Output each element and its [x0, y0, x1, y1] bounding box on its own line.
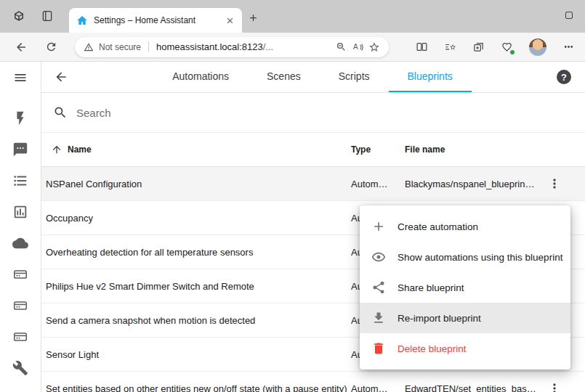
browser-navbar: Not secure homeassistant.local:8123/... …: [0, 33, 585, 62]
hamburger-icon: [13, 70, 28, 85]
browser-tab[interactable]: Settings – Home Assistant: [69, 8, 242, 33]
cloud-icon: [12, 235, 28, 251]
chart-icon: [12, 204, 28, 220]
tab-title: Settings – Home Assistant: [94, 15, 219, 25]
column-name[interactable]: Name: [41, 144, 347, 155]
sidebar-item-developer-tools[interactable]: [12, 352, 28, 383]
search-icon: [53, 105, 68, 120]
back-icon[interactable]: [15, 41, 28, 54]
menu-item-delete-blueprint[interactable]: Delete blueprint: [360, 333, 570, 364]
search-bar[interactable]: [41, 93, 585, 133]
sidebar-icons: [12, 102, 28, 383]
row-overflow-menu-icon[interactable]: [547, 381, 562, 392]
sidebar-item-cloud[interactable]: [12, 227, 28, 258]
window-controls: [565, 12, 573, 19]
titlebar-left-icons: [12, 9, 54, 23]
sidebar-item-server-2[interactable]: [12, 290, 28, 321]
favorite-star-icon[interactable]: [368, 41, 380, 53]
share-icon: [371, 280, 386, 295]
browser-window: Settings – Home Assistant Not secure hom…: [0, 0, 585, 392]
plus-icon: [371, 219, 386, 234]
split-screen-icon[interactable]: [416, 41, 428, 53]
refresh-icon[interactable]: [45, 41, 57, 53]
sidebar-item-logbook[interactable]: [12, 165, 28, 196]
download-icon: [371, 311, 386, 325]
menu-item-reimport-blueprint[interactable]: Re-import blueprint: [360, 303, 570, 333]
warning-icon: [84, 42, 94, 52]
address-bar[interactable]: Not secure homeassistant.local:8123/... …: [75, 37, 389, 57]
favorites-icon[interactable]: [444, 41, 456, 53]
sidebar-item-energy[interactable]: [12, 102, 28, 134]
wrench-icon: [12, 360, 28, 376]
settings-more-icon[interactable]: [562, 41, 575, 53]
titlebar: Settings – Home Assistant: [0, 0, 585, 33]
essentials-status-badge: [509, 49, 515, 55]
server-icon: [12, 266, 28, 282]
profile-avatar[interactable]: [529, 38, 546, 56]
svg-text:A: A: [353, 43, 358, 51]
menu-item-create-automation[interactable]: Create automation: [360, 211, 570, 242]
new-tab-icon[interactable]: [248, 12, 259, 23]
table-header: Name Type File name: [41, 133, 585, 167]
read-aloud-icon[interactable]: A: [352, 41, 363, 53]
list-icon: [12, 173, 28, 189]
tab-scenes[interactable]: Scenes: [248, 62, 320, 92]
menu-item-share-blueprint[interactable]: Share blueprint: [360, 272, 570, 303]
sidebar-menu-button[interactable]: [13, 62, 28, 93]
sort-arrow-up-icon: [51, 144, 62, 155]
search-input[interactable]: [76, 107, 573, 119]
trash-icon: [371, 341, 386, 356]
navbar-right-icons: [416, 38, 575, 56]
security-label: Not secure: [99, 42, 141, 52]
column-file-name[interactable]: File name: [400, 144, 543, 155]
lightning-icon: [12, 110, 28, 126]
tab-actions-icon[interactable]: [12, 9, 25, 23]
url-text[interactable]: homeassistant.local:8123/...: [156, 41, 273, 52]
sidebar-item-history[interactable]: [12, 196, 28, 227]
ha-tab-bar: Automations Scenes Scripts Blueprints: [68, 62, 557, 92]
server-icon: [12, 298, 28, 314]
table-row[interactable]: NSPanel Configuration Autom… Blackymas/n…: [41, 167, 585, 201]
zoom-out-icon[interactable]: [336, 41, 347, 52]
eye-icon: [371, 250, 386, 264]
column-type[interactable]: Type: [347, 144, 400, 155]
help-icon[interactable]: ?: [557, 70, 571, 84]
home-assistant-logo-icon: [76, 15, 88, 26]
tab-scripts[interactable]: Scripts: [320, 62, 389, 92]
ha-header: Automations Scenes Scripts Blueprints ?: [41, 62, 585, 93]
sidebar-item-server-3[interactable]: [12, 321, 28, 352]
menu-item-show-automations[interactable]: Show automations using this blueprint: [360, 242, 570, 272]
address-divider: [148, 41, 149, 52]
table-row[interactable]: Set entities based on other entities new…: [41, 372, 585, 392]
tab-blueprints[interactable]: Blueprints: [389, 62, 472, 92]
server-icon: [12, 329, 28, 345]
workspaces-icon[interactable]: [41, 9, 54, 23]
browser-essentials-icon[interactable]: [501, 41, 513, 53]
maximize-icon[interactable]: [565, 12, 573, 19]
tab-close-icon[interactable]: [225, 16, 235, 25]
collections-icon[interactable]: [472, 41, 485, 53]
row-overflow-menu-icon[interactable]: [547, 176, 562, 191]
blueprint-context-menu: Create automation Show automations using…: [360, 205, 570, 369]
tab-automations[interactable]: Automations: [153, 62, 248, 92]
sidebar: [0, 62, 41, 392]
ha-back-icon[interactable]: [54, 70, 68, 84]
chat-icon: [12, 142, 28, 158]
sidebar-item-assist[interactable]: [12, 134, 28, 165]
sidebar-item-server-1[interactable]: [12, 258, 28, 290]
